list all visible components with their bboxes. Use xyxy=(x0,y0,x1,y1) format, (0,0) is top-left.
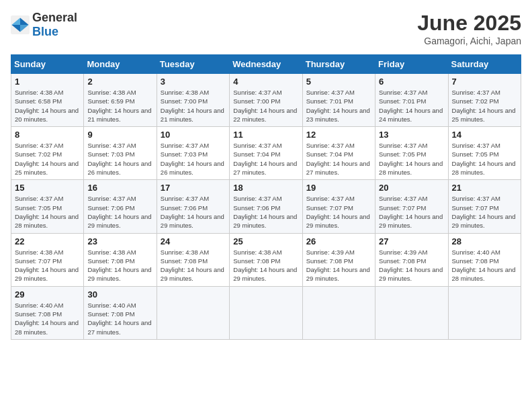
col-tuesday: Tuesday xyxy=(157,55,229,74)
day-info: Sunrise: 4:37 AMSunset: 7:07 PMDaylight:… xyxy=(379,194,444,230)
table-cell: 8Sunrise: 4:37 AMSunset: 7:02 PMDaylight… xyxy=(11,127,84,180)
day-number: 21 xyxy=(452,183,517,193)
day-info: Sunrise: 4:40 AMSunset: 7:08 PMDaylight:… xyxy=(452,248,517,283)
day-info: Sunrise: 4:37 AMSunset: 7:06 PMDaylight:… xyxy=(87,194,152,230)
day-number: 22 xyxy=(15,236,80,246)
day-info: Sunrise: 4:37 AMSunset: 7:07 PMDaylight:… xyxy=(452,194,517,230)
table-cell: 6Sunrise: 4:37 AMSunset: 7:01 PMDaylight… xyxy=(375,74,448,127)
day-info: Sunrise: 4:37 AMSunset: 7:05 PMDaylight:… xyxy=(452,141,517,177)
day-number: 1 xyxy=(15,77,80,87)
day-number: 2 xyxy=(87,77,152,87)
day-info: Sunrise: 4:37 AMSunset: 7:01 PMDaylight:… xyxy=(379,88,444,124)
day-info: Sunrise: 4:37 AMSunset: 7:07 PMDaylight:… xyxy=(306,194,371,230)
day-number: 13 xyxy=(379,130,444,140)
day-number: 15 xyxy=(15,183,80,193)
day-info: Sunrise: 4:37 AMSunset: 7:04 PMDaylight:… xyxy=(233,141,298,177)
day-number: 7 xyxy=(452,77,517,87)
col-sunday: Sunday xyxy=(11,55,84,74)
day-number: 9 xyxy=(87,130,152,140)
table-row: 1Sunrise: 4:38 AMSunset: 6:58 PMDaylight… xyxy=(11,74,521,127)
table-cell: 3Sunrise: 4:38 AMSunset: 7:00 PMDaylight… xyxy=(157,74,229,127)
day-number: 17 xyxy=(161,183,226,193)
day-info: Sunrise: 4:40 AMSunset: 7:08 PMDaylight:… xyxy=(87,301,152,336)
table-cell: 25Sunrise: 4:38 AMSunset: 7:08 PMDayligh… xyxy=(230,233,302,286)
day-info: Sunrise: 4:39 AMSunset: 7:08 PMDaylight:… xyxy=(379,248,444,283)
day-info: Sunrise: 4:38 AMSunset: 6:59 PMDaylight:… xyxy=(87,88,152,124)
table-cell: 24Sunrise: 4:38 AMSunset: 7:08 PMDayligh… xyxy=(157,233,229,286)
day-info: Sunrise: 4:37 AMSunset: 7:03 PMDaylight:… xyxy=(161,141,226,177)
day-number: 6 xyxy=(379,77,444,87)
header: General Blue June 2025 Gamagori, Aichi, … xyxy=(11,11,521,46)
day-number: 10 xyxy=(161,130,226,140)
day-info: Sunrise: 4:37 AMSunset: 7:04 PMDaylight:… xyxy=(306,141,371,177)
table-cell xyxy=(448,286,521,339)
table-cell: 30Sunrise: 4:40 AMSunset: 7:08 PMDayligh… xyxy=(84,286,157,339)
table-cell: 7Sunrise: 4:37 AMSunset: 7:02 PMDaylight… xyxy=(448,74,521,127)
day-number: 18 xyxy=(233,183,298,193)
day-number: 19 xyxy=(306,183,371,193)
table-cell xyxy=(157,286,229,339)
day-info: Sunrise: 4:38 AMSunset: 7:07 PMDaylight:… xyxy=(15,248,80,283)
table-cell: 14Sunrise: 4:37 AMSunset: 7:05 PMDayligh… xyxy=(448,127,521,180)
table-cell: 26Sunrise: 4:39 AMSunset: 7:08 PMDayligh… xyxy=(302,233,375,286)
day-number: 8 xyxy=(15,130,80,140)
table-cell: 11Sunrise: 4:37 AMSunset: 7:04 PMDayligh… xyxy=(230,127,302,180)
day-info: Sunrise: 4:40 AMSunset: 7:08 PMDaylight:… xyxy=(15,301,80,336)
table-cell: 19Sunrise: 4:37 AMSunset: 7:07 PMDayligh… xyxy=(302,180,375,233)
calendar: Sunday Monday Tuesday Wednesday Thursday… xyxy=(11,54,521,340)
table-cell: 29Sunrise: 4:40 AMSunset: 7:08 PMDayligh… xyxy=(11,286,84,339)
table-cell: 5Sunrise: 4:37 AMSunset: 7:01 PMDaylight… xyxy=(302,74,375,127)
day-info: Sunrise: 4:38 AMSunset: 7:08 PMDaylight:… xyxy=(87,248,152,283)
col-friday: Friday xyxy=(375,55,448,74)
day-info: Sunrise: 4:37 AMSunset: 7:06 PMDaylight:… xyxy=(233,194,298,230)
day-info: Sunrise: 4:37 AMSunset: 7:05 PMDaylight:… xyxy=(15,194,80,230)
day-number: 14 xyxy=(452,130,517,140)
table-cell: 10Sunrise: 4:37 AMSunset: 7:03 PMDayligh… xyxy=(157,127,229,180)
table-cell: 12Sunrise: 4:37 AMSunset: 7:04 PMDayligh… xyxy=(302,127,375,180)
table-cell xyxy=(302,286,375,339)
table-cell xyxy=(230,286,302,339)
col-saturday: Saturday xyxy=(448,55,521,74)
table-cell: 16Sunrise: 4:37 AMSunset: 7:06 PMDayligh… xyxy=(84,180,157,233)
day-number: 26 xyxy=(306,236,371,246)
logo: General Blue xyxy=(11,11,77,39)
table-cell: 18Sunrise: 4:37 AMSunset: 7:06 PMDayligh… xyxy=(230,180,302,233)
day-number: 11 xyxy=(233,130,298,140)
table-cell: 22Sunrise: 4:38 AMSunset: 7:07 PMDayligh… xyxy=(11,233,84,286)
table-row: 22Sunrise: 4:38 AMSunset: 7:07 PMDayligh… xyxy=(11,233,521,286)
table-cell: 17Sunrise: 4:37 AMSunset: 7:06 PMDayligh… xyxy=(157,180,229,233)
day-info: Sunrise: 4:38 AMSunset: 7:00 PMDaylight:… xyxy=(161,88,226,124)
calendar-header-row: Sunday Monday Tuesday Wednesday Thursday… xyxy=(11,55,521,74)
day-number: 25 xyxy=(233,236,298,246)
table-cell: 27Sunrise: 4:39 AMSunset: 7:08 PMDayligh… xyxy=(375,233,448,286)
location-subtitle: Gamagori, Aichi, Japan xyxy=(417,36,521,46)
day-info: Sunrise: 4:39 AMSunset: 7:08 PMDaylight:… xyxy=(306,248,371,283)
day-number: 4 xyxy=(233,77,298,87)
day-number: 27 xyxy=(379,236,444,246)
col-thursday: Thursday xyxy=(302,55,375,74)
table-cell: 28Sunrise: 4:40 AMSunset: 7:08 PMDayligh… xyxy=(448,233,521,286)
table-cell: 15Sunrise: 4:37 AMSunset: 7:05 PMDayligh… xyxy=(11,180,84,233)
logo-general: General xyxy=(32,11,77,24)
table-row: 15Sunrise: 4:37 AMSunset: 7:05 PMDayligh… xyxy=(11,180,521,233)
day-info: Sunrise: 4:37 AMSunset: 7:06 PMDaylight:… xyxy=(161,194,226,230)
logo-icon xyxy=(11,15,30,34)
day-info: Sunrise: 4:37 AMSunset: 7:02 PMDaylight:… xyxy=(452,88,517,124)
day-number: 20 xyxy=(379,183,444,193)
day-number: 16 xyxy=(87,183,152,193)
day-info: Sunrise: 4:37 AMSunset: 7:00 PMDaylight:… xyxy=(233,88,298,124)
day-number: 29 xyxy=(15,289,80,300)
day-number: 3 xyxy=(161,77,226,87)
col-wednesday: Wednesday xyxy=(230,55,302,74)
table-cell: 20Sunrise: 4:37 AMSunset: 7:07 PMDayligh… xyxy=(375,180,448,233)
day-info: Sunrise: 4:37 AMSunset: 7:03 PMDaylight:… xyxy=(87,141,152,177)
col-monday: Monday xyxy=(84,55,157,74)
day-number: 23 xyxy=(87,236,152,246)
table-cell: 13Sunrise: 4:37 AMSunset: 7:05 PMDayligh… xyxy=(375,127,448,180)
table-cell: 1Sunrise: 4:38 AMSunset: 6:58 PMDaylight… xyxy=(11,74,84,127)
day-number: 30 xyxy=(87,289,152,300)
day-info: Sunrise: 4:38 AMSunset: 6:58 PMDaylight:… xyxy=(15,88,80,124)
table-cell: 9Sunrise: 4:37 AMSunset: 7:03 PMDaylight… xyxy=(84,127,157,180)
day-number: 24 xyxy=(161,236,226,246)
table-cell xyxy=(375,286,448,339)
